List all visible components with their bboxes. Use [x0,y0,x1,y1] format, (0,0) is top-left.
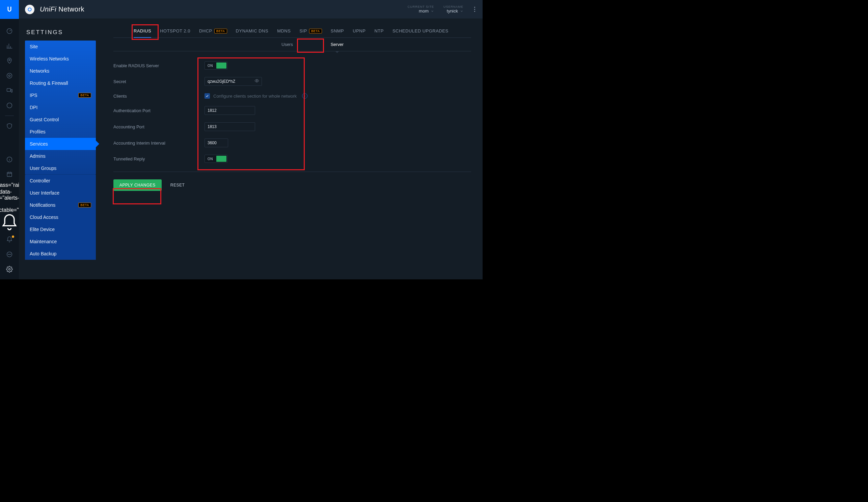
map-icon[interactable] [0,53,19,68]
apply-changes-button[interactable]: APPLY CHANGES [113,179,162,191]
current-site-selector[interactable]: CURRENT SITE mom [408,5,434,13]
tab-scheduled-upgrades[interactable]: SCHEDULED UPGRADES [392,25,448,38]
sidebar-item-elite-device[interactable]: Elite Device [25,223,96,235]
chat-icon[interactable] [0,247,19,262]
tab-label: HOTSPOT 2.0 [160,28,190,33]
subtab-label: Users [281,42,293,47]
devices-icon[interactable] [0,68,19,83]
sidebar-item-wireless-networks[interactable]: Wireless Networks [25,53,96,65]
tab-label: SIP [299,28,307,33]
tab-snmp[interactable]: SNMP [331,25,344,38]
more-menu-icon[interactable] [473,7,476,12]
sidebar-item-label: Admins [30,153,45,159]
ubiquiti-logo[interactable] [0,0,19,19]
username-selector[interactable]: USERNAME tynick [443,5,463,13]
eye-icon[interactable] [255,78,259,84]
sidebar-item-notifications[interactable]: NotificationsBETA [25,199,96,211]
check-icon [206,94,209,98]
sidebar-item-user-interface[interactable]: User Interface [25,187,96,199]
subtab-users[interactable]: Users [279,38,296,51]
tab-label: SCHEDULED UPGRADES [392,28,448,33]
sidebar-item-routing-firewall[interactable]: Routing & Firewall [25,77,96,89]
tab-mdns[interactable]: MDNS [277,25,291,38]
current-site-label: CURRENT SITE [408,5,434,8]
subtab-server[interactable]: Server [328,38,346,51]
username-label: USERNAME [443,5,463,8]
clients-checkbox-label: Configure clients section for whole netw… [213,93,297,99]
sidebar-item-profiles[interactable]: Profiles [25,126,96,138]
secret-input[interactable] [205,77,262,86]
rail-separator [5,116,14,116]
info-icon[interactable] [0,152,19,167]
acct-interval-input[interactable] [205,139,228,147]
sidebar-item-label: Services [30,141,48,147]
tab-ntp[interactable]: NTP [374,25,384,38]
tab-dynamic-dns[interactable]: DYNAMIC DNS [236,25,269,38]
svg-point-3 [9,75,10,77]
settings-gear-icon[interactable] [0,262,19,277]
sidebar-item-controller[interactable]: Controller [25,175,96,187]
current-site-value: mom [419,8,428,13]
svg-point-13 [9,269,10,270]
svg-point-12 [10,254,11,254]
alerts-icon[interactable] [0,232,19,247]
reset-button[interactable]: RESET [168,182,187,188]
sidebar-item-admins[interactable]: Admins [25,150,96,162]
sidebar-item-networks[interactable]: Networks [25,65,96,77]
svg-rect-4 [7,89,11,91]
tab-dhcp[interactable]: DHCPBETA [199,25,227,38]
radius-server-form: Enable RADIUS Server ON Secret Clie [113,51,471,172]
sidebar-item-label: Site [30,44,38,49]
settings-sidebar: SETTINGS Site Wireless Networks Networks… [19,19,102,279]
acct-port-label: Accounting Port [113,124,205,129]
insights-icon[interactable] [0,98,19,113]
security-icon[interactable] [0,119,19,133]
svg-rect-5 [11,90,12,92]
sidebar-item-label: Guest Control [30,117,59,122]
acct-interval-label: Accounting Interim Interval [113,141,205,145]
svg-point-2 [7,73,12,78]
sidebar-item-label: Maintenance [30,239,57,244]
sidebar-item-user-groups[interactable]: User Groups [25,162,96,174]
statistics-icon[interactable] [0,39,19,53]
sidebar-item-dpi[interactable]: DPI [25,101,96,113]
sidebar-item-label: Controller [30,178,50,183]
tab-hotspot[interactable]: HOTSPOT 2.0 [160,25,190,38]
tab-label: DYNAMIC DNS [236,28,269,33]
sidebar-item-cloud-access[interactable]: Cloud Access [25,211,96,223]
tab-sip[interactable]: SIPBETA [299,25,322,38]
settings-title: SETTINGS [19,26,102,41]
sidebar-item-guest-control[interactable]: Guest Control [25,113,96,126]
clients-icon[interactable] [0,83,19,98]
sidebar-item-label: Cloud Access [30,214,59,220]
toggle-on-label: ON [205,64,216,68]
beta-badge: BETA [78,93,91,98]
sidebar-item-label: Notifications [30,202,55,208]
svg-rect-8 [7,172,11,177]
tab-radius[interactable]: RADIUS [134,25,151,38]
beta-badge: BETA [78,203,91,208]
sidebar-item-site[interactable]: Site [25,41,96,53]
clients-checkbox[interactable] [205,93,210,99]
tab-upnp[interactable]: UPNP [353,25,365,38]
tab-label: DHCP [199,28,212,33]
tunnelled-reply-toggle[interactable]: ON [205,155,227,163]
tab-label: NTP [374,28,384,33]
info-icon[interactable]: i [302,93,308,99]
services-top-tabs: RADIUS HOTSPOT 2.0 DHCPBETA DYNAMIC DNS … [113,25,471,38]
tab-label: UPNP [353,28,365,33]
acct-port-input[interactable] [205,122,255,131]
sidebar-item-ips[interactable]: IPSBETA [25,89,96,101]
events-icon[interactable] [0,167,19,182]
sidebar-item-auto-backup[interactable]: Auto Backup [25,248,96,260]
sidebar-item-label: Elite Device [30,227,55,232]
radius-sub-tabs: Users Server [113,38,471,51]
enable-radius-toggle[interactable]: ON [205,61,227,70]
sidebar-item-services[interactable]: Services [25,138,96,150]
dashboard-icon[interactable] [0,24,19,39]
brand-circle-icon [25,5,34,14]
sidebar-item-maintenance[interactable]: Maintenance [25,235,96,248]
auth-port-input[interactable] [205,106,255,115]
svg-point-15 [256,80,258,81]
sidebar-item-label: Networks [30,68,49,74]
